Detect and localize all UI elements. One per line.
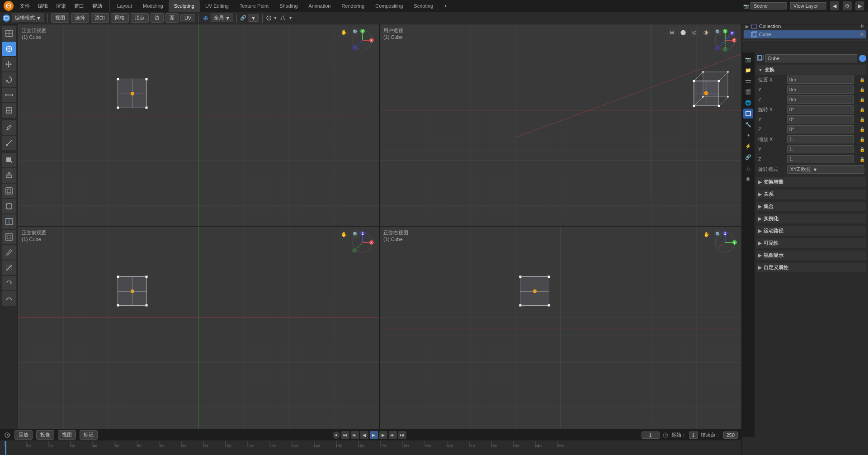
btn-play[interactable]: ▶	[370, 431, 378, 439]
tab-modeling[interactable]: Modeling	[137, 0, 169, 12]
tool-extrude[interactable]	[2, 168, 16, 183]
pos-x-input[interactable]	[787, 76, 854, 84]
tab-compositing[interactable]: Compositing	[370, 0, 408, 12]
transform-header[interactable]: ▼ 变换	[756, 65, 866, 75]
cube-eye[interactable]: 👁	[859, 32, 864, 37]
overlay-btn-tr[interactable]: ⬤	[678, 27, 688, 37]
top-right-btn-3[interactable]: ▶	[855, 1, 864, 10]
props-constraints[interactable]: 🔗	[743, 152, 753, 162]
blender-logo[interactable]	[4, 1, 14, 11]
btn-next-frame[interactable]: ▶	[379, 431, 387, 439]
rot-y-input[interactable]	[787, 115, 854, 123]
hand-btn-bl[interactable]: ✋	[339, 229, 349, 239]
menu-render[interactable]: 渲染	[52, 0, 70, 12]
tool-bevel[interactable]	[2, 199, 16, 213]
object-color-dot[interactable]	[859, 55, 866, 62]
props-object-data[interactable]: △	[743, 163, 753, 173]
tool-loop-cut[interactable]	[2, 214, 16, 229]
tool-offset-edge[interactable]	[2, 230, 16, 244]
btn-uv[interactable]: UV	[180, 14, 195, 22]
scale-y-input[interactable]	[787, 145, 854, 153]
relations-header[interactable]: ▶ 关系	[756, 190, 866, 199]
menu-window[interactable]: 窗口	[71, 0, 88, 12]
tool-cursor[interactable]	[2, 42, 16, 56]
proportional-btn[interactable]: ⊙	[266, 14, 272, 22]
motion-paths-header[interactable]: ▶ 运动路径	[756, 226, 866, 236]
orientation-icon[interactable]: ⊕	[202, 14, 209, 22]
top-right-btn-2[interactable]: ⚙	[843, 1, 852, 10]
orientation-dropdown[interactable]: 全局▼	[211, 14, 233, 22]
tab-shading[interactable]: Shading	[274, 0, 303, 12]
shading-btn-tr[interactable]: ◑	[701, 27, 711, 37]
menu-file[interactable]: 文件	[16, 0, 33, 12]
tool-move[interactable]	[2, 57, 16, 71]
tool-rotate[interactable]	[2, 72, 16, 87]
tool-knife[interactable]	[2, 245, 16, 260]
tool-measure[interactable]	[2, 136, 16, 150]
btn-jump-end[interactable]: ⏭	[398, 431, 406, 439]
tab-rendering[interactable]: Rendering	[336, 0, 370, 12]
end-frame[interactable]: 250	[723, 431, 738, 439]
btn-jump-start[interactable]: ⏮	[341, 431, 349, 439]
hand-btn-tl[interactable]: ✋	[339, 27, 349, 37]
btn-vertex[interactable]: 顶点	[131, 13, 149, 23]
btn-view[interactable]: 视图	[51, 13, 69, 23]
object-name-input[interactable]	[765, 54, 857, 62]
rot-z-input[interactable]	[787, 125, 854, 133]
timeline-markers[interactable]: 标记	[80, 430, 98, 440]
collections-header[interactable]: ▶ 集合	[756, 202, 866, 211]
props-output[interactable]: 📁	[743, 65, 753, 75]
pane-top-left[interactable]: 正交顶视图 (1) Cube ✋ 🔍 Y X	[18, 24, 380, 227]
btn-add[interactable]: 添加	[91, 13, 109, 23]
outliner-cube[interactable]: Cube 👁	[744, 30, 866, 38]
scene-input[interactable]	[750, 2, 787, 9]
tool-scale[interactable]	[2, 88, 16, 102]
props-physics[interactable]: ⚡	[743, 141, 753, 151]
grid-btn-tr[interactable]: ⊞	[667, 27, 677, 37]
view-layer-input[interactable]	[790, 2, 826, 9]
timeline-playback[interactable]: 回放	[14, 430, 33, 440]
custom-props-header[interactable]: ▶ 自定义属性	[756, 263, 866, 272]
proportional-dropdown[interactable]: ▼	[273, 15, 278, 20]
visibility-header[interactable]: ▶ 可见性	[756, 238, 866, 248]
tool-spin[interactable]	[2, 276, 16, 290]
pane-bot-left[interactable]: 正交前视图 (1) Cube ✋ 🔍 Z X	[18, 227, 380, 429]
scale-x-input[interactable]	[787, 135, 854, 143]
btn-select[interactable]: 选择	[71, 13, 89, 23]
top-right-btn-1[interactable]: ◀	[830, 1, 839, 10]
props-object[interactable]	[743, 109, 753, 118]
tool-inset[interactable]	[2, 184, 16, 198]
btn-prev-frame[interactable]: ◀	[360, 431, 368, 439]
tab-animation[interactable]: Animation	[303, 0, 336, 12]
menu-edit[interactable]: 编辑	[34, 0, 52, 12]
tab-layout[interactable]: Layout	[112, 0, 137, 12]
pane-bot-right[interactable]: 正交右视图 (1) Cube ✋ 🔍 Z Y	[380, 227, 741, 429]
btn-edge[interactable]: 边	[151, 13, 164, 23]
btn-mesh[interactable]: 网格	[111, 13, 129, 23]
tool-smooth[interactable]	[2, 291, 16, 306]
tool-annotate[interactable]	[2, 120, 16, 135]
pos-y-input[interactable]	[787, 85, 854, 94]
tool-transform[interactable]	[2, 103, 16, 118]
props-modifiers[interactable]: 🔧	[743, 119, 753, 129]
btn-record[interactable]: ●	[333, 431, 340, 439]
tab-scripting[interactable]: Scripting	[408, 0, 439, 12]
tab-texture-paint[interactable]: Texture Paint	[234, 0, 274, 12]
proportional-mode[interactable]: 八	[279, 14, 287, 22]
instancing-header[interactable]: ▶ 实例化	[756, 214, 866, 223]
props-scene[interactable]: 🎬	[743, 87, 753, 97]
btn-next-keyframe[interactable]: ⏭	[389, 431, 397, 439]
hand-btn-br[interactable]: ✋	[702, 229, 712, 239]
timeline-view3[interactable]: 视图	[58, 430, 76, 440]
tab-uv-editing[interactable]: UV Editing	[200, 0, 234, 12]
snap-btn[interactable]: 🔗	[240, 15, 246, 21]
rot-x-input[interactable]	[787, 105, 854, 114]
scale-z-input[interactable]	[787, 155, 854, 163]
viewport-display-header[interactable]: ▶ 视图显示	[756, 251, 866, 260]
rot-mode-dropdown[interactable]: XYZ 欧拉 ▼	[787, 165, 864, 174]
btn-face[interactable]: 面	[165, 13, 179, 23]
mode-dropdown[interactable]: 编辑模式 ▼	[12, 14, 44, 22]
tool-add-cube[interactable]	[2, 153, 16, 167]
props-particles[interactable]: ✦	[743, 130, 753, 140]
tool-bisect[interactable]	[2, 261, 16, 275]
